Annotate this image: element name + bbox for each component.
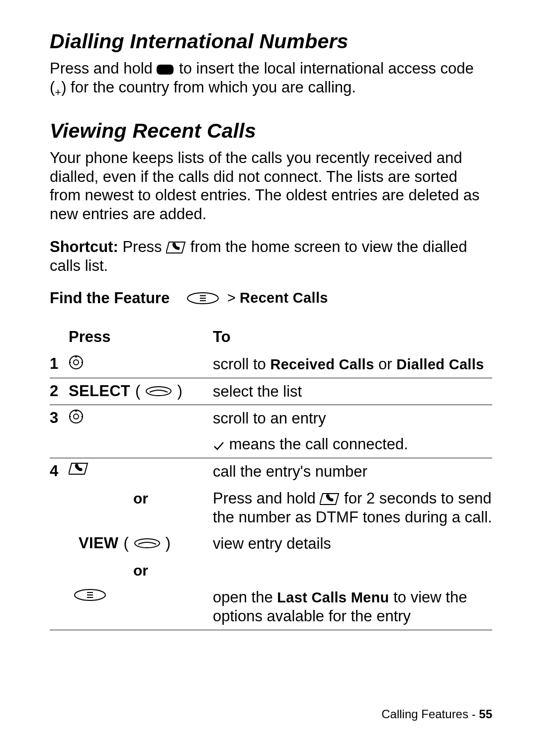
nav-key-icon	[69, 409, 84, 424]
softkey-label: VIEW	[79, 534, 118, 552]
find-the-feature-label: Find the Feature	[50, 289, 186, 307]
text: Press and hold	[213, 490, 320, 507]
send-key-icon	[69, 462, 89, 475]
check-icon	[213, 440, 225, 451]
nav-key-icon	[69, 355, 84, 370]
instruction-table: Press To 1 scroll to Received Calls or D…	[50, 325, 492, 630]
table-row: or	[50, 557, 492, 584]
para-shortcut: Shortcut: Press from the home screen to …	[50, 238, 492, 275]
send-key-icon	[320, 493, 340, 505]
heading-viewing-recent-calls: Viewing Recent Calls	[50, 119, 492, 143]
footer-sep: -	[468, 707, 479, 721]
soft-key-icon	[134, 538, 161, 549]
footer-section: Calling Features	[381, 707, 468, 721]
to-cell: scroll to Received Calls or Dialled Call…	[213, 351, 492, 378]
to-cell: view entry details	[213, 530, 492, 557]
breadcrumb-item: Recent Calls	[240, 290, 328, 306]
para-international: Press and hold to insert the local inter…	[50, 59, 492, 99]
or-label: or	[69, 485, 213, 531]
breadcrumb-sep: >	[227, 290, 240, 306]
plus-symbol: +	[55, 86, 61, 98]
press-cell: SELECT ( )	[69, 378, 213, 405]
to-cell: open the Last Calls Menu to view the opt…	[213, 584, 492, 630]
to-cell: Press and hold for 2 seconds to send the…	[213, 485, 492, 531]
text: ) for the country from which you are cal…	[61, 79, 356, 96]
to-cell: call the entry's number	[213, 458, 492, 485]
table-row: open the Last Calls Menu to view the opt…	[50, 584, 492, 630]
menu-name: Dialled Calls	[396, 356, 484, 372]
text: )	[166, 534, 171, 552]
text: Press	[118, 238, 166, 255]
shortcut-label: Shortcut:	[50, 238, 118, 255]
table-row: 3 scroll to an entry means the call conn…	[50, 405, 492, 458]
para-recent-calls: Your phone keeps lists of the calls you …	[50, 149, 492, 224]
table-row: 4 call the entry's number	[50, 458, 492, 485]
text: )	[177, 382, 182, 400]
table-row: or Press and hold for 2 seconds to send …	[50, 485, 492, 531]
menu-key-icon	[186, 291, 219, 305]
find-the-feature-value: > Recent Calls	[186, 289, 328, 307]
menu-name: Received Calls	[270, 356, 374, 372]
text: Press and hold	[50, 60, 157, 77]
page-number: 55	[479, 707, 492, 721]
to-cell: select the list	[213, 378, 492, 405]
or-label: or	[69, 557, 213, 584]
text: means the call connected.	[229, 435, 408, 453]
step-number: 4	[50, 458, 69, 485]
softkey-label: SELECT	[69, 382, 130, 400]
text: scroll to	[213, 355, 270, 373]
page-footer: Calling Features - 55	[381, 707, 492, 721]
text: scroll to an entry	[213, 409, 492, 428]
text: (	[123, 534, 128, 552]
table-head-to: To	[213, 325, 492, 351]
table-head-blank	[50, 325, 69, 351]
send-key-icon	[166, 241, 186, 254]
table-row: VIEW ( ) view entry details	[50, 530, 492, 557]
press-cell	[69, 351, 213, 378]
step-number: 3	[50, 405, 69, 458]
press-cell: VIEW ( )	[69, 530, 213, 557]
press-cell	[69, 458, 213, 485]
text: (	[135, 382, 140, 400]
text: or	[374, 355, 396, 373]
table-head-press: Press	[69, 325, 213, 351]
soft-key-icon	[145, 386, 172, 397]
table-row: 2 SELECT ( ) select the list	[50, 378, 492, 405]
zero-key-icon	[157, 64, 175, 76]
heading-dialling-international: Dialling International Numbers	[50, 30, 492, 53]
menu-key-icon	[74, 588, 106, 602]
step-number: 1	[50, 351, 69, 378]
find-the-feature-row: Find the Feature > Recent Calls	[50, 289, 492, 307]
press-cell	[69, 584, 213, 630]
text: open the	[213, 588, 277, 606]
step-number: 2	[50, 378, 69, 405]
press-cell	[69, 405, 213, 458]
to-cell: scroll to an entry means the call connec…	[213, 405, 492, 458]
menu-name: Last Calls Menu	[277, 589, 389, 605]
table-row: 1 scroll to Received Calls or Dialled Ca…	[50, 351, 492, 378]
